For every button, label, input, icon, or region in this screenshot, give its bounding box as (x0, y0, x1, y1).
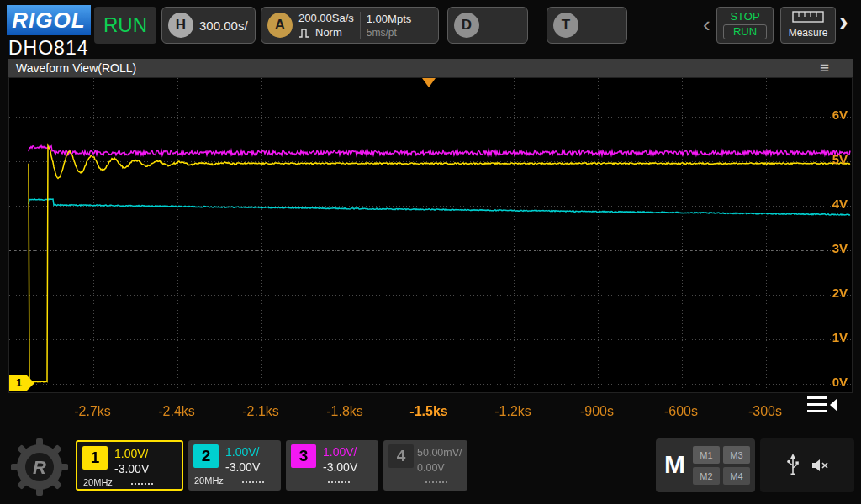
waveform-plot[interactable] (8, 77, 853, 393)
math-m2-button[interactable]: M2 (693, 467, 720, 485)
usb-icon (786, 454, 800, 477)
run-label: RUN (723, 24, 767, 39)
channel-2-style-dots (242, 481, 264, 483)
acquisition-group[interactable]: A 200.00Sa/s Norm 1.00Mpts 5ms/pt (261, 7, 439, 44)
math-label: M (664, 450, 685, 479)
channel-2-scale: 1.00V/ (225, 445, 259, 459)
time-label: -1.8ks (311, 404, 378, 419)
waveform-title-bar: Waveform View(ROLL) ≡ (8, 59, 853, 77)
memory-depth: 1.00Mpts (367, 13, 411, 25)
voltage-label: 4V (812, 197, 848, 211)
voltage-label: 3V (812, 241, 848, 255)
channel-3-scale: 1.00V/ (323, 445, 357, 459)
waveform-canvas[interactable] (9, 78, 852, 392)
voltage-label: 5V (812, 152, 848, 166)
time-label: -1.2ks (479, 404, 547, 419)
channel-1-style-dots (131, 483, 153, 485)
time-label: -1.5ks (395, 404, 462, 419)
time-label: -600s (647, 404, 715, 419)
measure-button[interactable]: Measure (780, 7, 836, 44)
voltage-label: 0V (812, 375, 848, 389)
channel-3-style-dots (328, 481, 350, 483)
status-icons-panel (760, 438, 854, 492)
math-panel[interactable]: M M1 M3 M2 M4 (656, 438, 755, 492)
speaker-mute-icon[interactable] (811, 459, 829, 472)
channel-4-badge: 4 (388, 444, 414, 468)
channel-2-badge: 2 (193, 444, 219, 468)
math-m1-button[interactable]: M1 (693, 446, 720, 464)
time-label: -2.7ks (59, 404, 126, 419)
channel-4-box[interactable]: 4 50.00mV/ 0.00V (383, 440, 467, 491)
pulse-icon (298, 28, 312, 38)
stop-run-button[interactable]: STOP RUN (716, 7, 774, 44)
channel-3-box[interactable]: 3 1.00V/ -3.00V (286, 440, 378, 491)
time-label: -900s (563, 404, 631, 419)
acq-mode: Norm (315, 26, 342, 39)
trigger-position-marker[interactable] (422, 78, 436, 87)
channel-1-offset: -3.00V (114, 462, 149, 475)
channel-4-offset: 0.00V (417, 462, 445, 474)
channel-1-bandwidth: 20MHz (83, 477, 113, 487)
rigol-gear-logo[interactable]: R (7, 435, 72, 499)
svg-text:R: R (33, 457, 46, 478)
voltage-label: 1V (812, 330, 848, 344)
oscilloscope-screen: RIGOL DHO814 RUN H 300.00s/ A 200.00Sa/s… (0, 0, 861, 504)
divider (360, 12, 361, 39)
ruler-icon (792, 11, 824, 23)
waveform-title: Waveform View(ROLL) (16, 61, 136, 75)
model-label: DHO814 (8, 37, 88, 60)
voltage-label: 6V (812, 108, 848, 122)
horizontal-knob[interactable]: H (168, 13, 193, 38)
nav-left-icon[interactable]: ‹ (703, 13, 710, 35)
timebase-value: 300.00s/ (199, 18, 248, 33)
horizontal-group[interactable]: H 300.00s/ (161, 7, 256, 44)
time-label: -2.4ks (143, 404, 210, 419)
channel-4-style-dots (425, 481, 447, 483)
channel-1-scale: 1.00V/ (114, 447, 148, 460)
time-label: -300s (732, 404, 799, 419)
sample-rate: 200.00Sa/s (298, 12, 354, 24)
channel-1-box[interactable]: 1 1.00V/ -3.00V 20MHz (76, 440, 183, 491)
run-state-button[interactable]: RUN (94, 7, 156, 44)
voltage-label: 2V (812, 286, 848, 300)
math-m4-button[interactable]: M4 (723, 467, 750, 485)
channel-2-offset: -3.00V (225, 460, 260, 474)
stop-label: STOP (717, 10, 773, 23)
channel-3-offset: -3.00V (323, 460, 357, 474)
results-expand-icon[interactable] (804, 393, 841, 417)
channel-3-badge: 3 (291, 444, 316, 468)
decode-group[interactable]: D (447, 7, 528, 44)
channel-2-box[interactable]: 2 1.00V/ -3.00V 20MHz (188, 440, 281, 491)
decode-knob[interactable]: D (454, 13, 479, 38)
math-m3-button[interactable]: M3 (723, 446, 750, 464)
channel-2-bandwidth: 20MHz (194, 475, 224, 486)
measure-label: Measure (781, 27, 835, 39)
trigger-knob[interactable]: T (553, 13, 578, 38)
nav-right-icon[interactable]: › (839, 10, 848, 32)
hamburger-menu-icon[interactable]: ≡ (820, 59, 829, 77)
time-per-point: 5ms/pt (367, 27, 411, 39)
acquisition-knob[interactable]: A (267, 13, 293, 38)
time-label: -2.1ks (227, 404, 294, 419)
channel-4-scale: 50.00mV/ (417, 447, 462, 459)
channel-1-badge: 1 (82, 446, 108, 470)
trigger-group[interactable]: T (547, 7, 627, 44)
rigol-logo: RIGOL (7, 5, 91, 35)
